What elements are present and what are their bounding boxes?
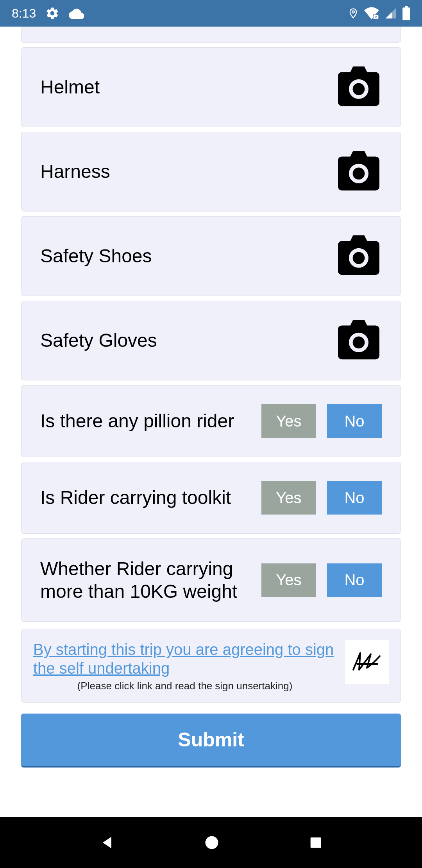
- camera-icon[interactable]: [336, 66, 382, 108]
- signature-icon: [349, 648, 384, 676]
- gear-icon: [45, 6, 59, 20]
- item-label: Safety Shoes: [40, 245, 336, 267]
- question-label: Is there any pillion rider: [40, 410, 261, 432]
- svg-text:x: x: [375, 15, 377, 19]
- question-label: Is Rider carrying toolkit: [40, 486, 261, 509]
- no-button[interactable]: No: [327, 563, 382, 597]
- item-label: Safety Gloves: [40, 329, 336, 352]
- svg-rect-15: [311, 838, 321, 848]
- item-label: Helmet: [40, 76, 336, 99]
- form-scroll[interactable]: Helmet Harness Safety Shoes Safety Glove…: [0, 27, 422, 817]
- yes-no-group: Yes No: [261, 563, 382, 597]
- question-ten-kg-weight: Whether Rider carrying more than 10KG we…: [21, 538, 401, 622]
- status-bar-right: x: [348, 6, 410, 20]
- svg-rect-4: [402, 7, 410, 20]
- cloud-icon: [69, 7, 84, 19]
- yes-button[interactable]: Yes: [261, 404, 316, 438]
- photo-item-safety-shoes: Safety Shoes: [21, 216, 401, 296]
- list-item: [21, 27, 401, 43]
- recents-button[interactable]: [308, 835, 324, 850]
- battery-icon: [402, 6, 410, 20]
- signal-icon: [384, 7, 397, 20]
- svg-point-14: [206, 836, 218, 849]
- svg-point-13: [353, 336, 365, 348]
- home-button[interactable]: [203, 834, 220, 851]
- back-button[interactable]: [98, 834, 116, 851]
- status-time: 8:13: [12, 6, 36, 21]
- svg-point-9: [353, 167, 365, 179]
- photo-item-helmet: Helmet: [21, 47, 401, 127]
- yes-no-group: Yes No: [261, 404, 382, 438]
- status-bar-left: 8:13: [12, 6, 84, 21]
- undertaking-link[interactable]: By starting this trip you are agreeing t…: [33, 640, 336, 678]
- undertaking-card: By starting this trip you are agreeing t…: [21, 629, 401, 703]
- svg-point-11: [353, 252, 365, 264]
- question-pillion-rider: Is there any pillion rider Yes No: [21, 385, 401, 457]
- svg-rect-5: [405, 6, 408, 8]
- yes-button[interactable]: Yes: [261, 563, 316, 597]
- question-label: Whether Rider carrying more than 10KG we…: [40, 558, 261, 603]
- no-button[interactable]: No: [327, 404, 382, 438]
- signature-box[interactable]: [345, 640, 389, 684]
- camera-icon[interactable]: [336, 320, 382, 361]
- wifi-icon: x: [364, 7, 379, 20]
- camera-icon[interactable]: [336, 235, 382, 277]
- undertaking-note: (Please click link and read the sign uns…: [33, 680, 336, 692]
- no-button[interactable]: No: [327, 481, 382, 515]
- item-label: Harness: [40, 160, 336, 183]
- submit-button[interactable]: Submit: [21, 714, 401, 768]
- content-area: Helmet Harness Safety Shoes Safety Glove…: [0, 27, 422, 817]
- location-icon: [348, 6, 359, 20]
- yes-button[interactable]: Yes: [261, 481, 316, 515]
- undertaking-text: By starting this trip you are agreeing t…: [33, 640, 336, 692]
- photo-item-safety-gloves: Safety Gloves: [21, 301, 401, 380]
- android-nav-bar: [0, 817, 422, 868]
- svg-point-7: [353, 83, 365, 95]
- svg-point-0: [352, 11, 354, 13]
- status-bar: 8:13 x: [0, 0, 422, 27]
- question-carrying-toolkit: Is Rider carrying toolkit Yes No: [21, 462, 401, 534]
- yes-no-group: Yes No: [261, 481, 382, 515]
- camera-icon[interactable]: [336, 151, 382, 192]
- photo-item-harness: Harness: [21, 132, 401, 212]
